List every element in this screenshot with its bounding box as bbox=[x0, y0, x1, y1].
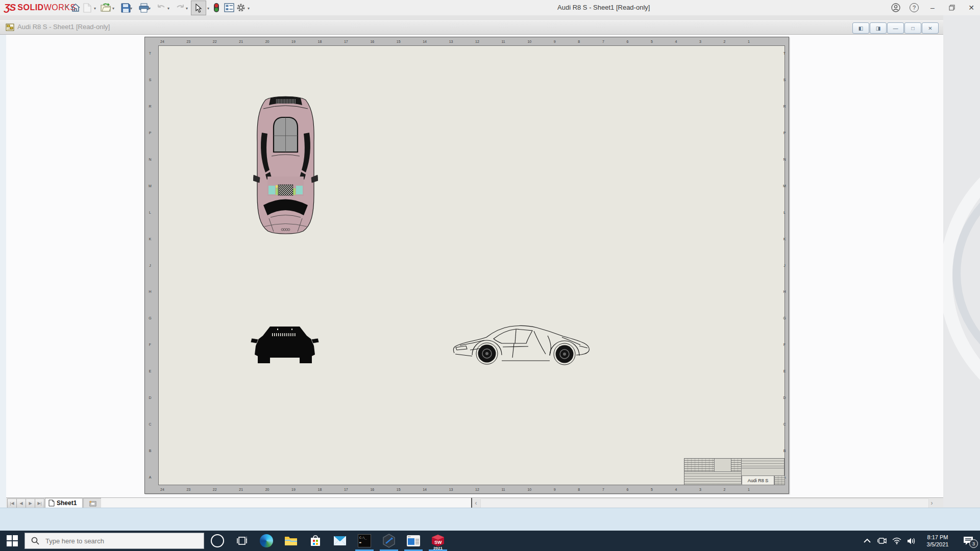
dropdown-caret[interactable]: ▾ bbox=[92, 5, 97, 11]
zone-label: 13 bbox=[449, 488, 453, 491]
taskbar-app-hexagon[interactable] bbox=[377, 531, 401, 551]
zone-label: 10 bbox=[527, 488, 531, 491]
status-bar bbox=[0, 508, 980, 531]
doc-restore-button[interactable]: □ bbox=[904, 22, 921, 34]
display-app-icon bbox=[406, 535, 421, 547]
help-button[interactable]: ? bbox=[904, 0, 924, 15]
next-sheet-icon: ▶ bbox=[29, 501, 32, 506]
select-tool-button[interactable] bbox=[191, 1, 206, 15]
tray-volume-button[interactable] bbox=[904, 531, 919, 551]
zone-label: E bbox=[780, 369, 789, 373]
scroll-left-button[interactable]: ‹ bbox=[472, 498, 480, 507]
taskbar-app-cortana[interactable] bbox=[205, 531, 230, 551]
start-button[interactable] bbox=[0, 531, 24, 551]
title-block-part-name: Audi R8 S bbox=[742, 475, 774, 485]
taskbar-app-file-explorer[interactable] bbox=[279, 531, 303, 551]
zone-label: T bbox=[145, 52, 155, 55]
tab-sheet1[interactable]: Sheet1 bbox=[45, 498, 83, 508]
doc-minimize-button[interactable]: — bbox=[887, 22, 904, 34]
zone-label: 24 bbox=[160, 40, 164, 43]
zone-label: 15 bbox=[397, 40, 401, 43]
taskbar-app-task-view[interactable] bbox=[230, 531, 254, 551]
zone-label: 17 bbox=[344, 488, 348, 491]
next-sheet-button[interactable]: ▶ bbox=[26, 498, 35, 508]
dropdown-caret[interactable]: ▾ bbox=[166, 5, 171, 11]
taskbar-app-display[interactable] bbox=[401, 531, 426, 551]
menu-flyout-arrow-icon[interactable]: ▸ bbox=[65, 3, 68, 10]
tray-meet-now-button[interactable] bbox=[874, 531, 889, 551]
taskbar-app-command-prompt[interactable]: C:\_▂ bbox=[352, 531, 377, 551]
drawing-sheet[interactable]: 242322212019181716151413121110987654321 … bbox=[144, 37, 789, 494]
tray-hidden-icons-button[interactable] bbox=[860, 531, 874, 551]
side-view[interactable] bbox=[452, 323, 594, 365]
taskbar-app-mail[interactable] bbox=[328, 531, 352, 551]
dropdown-caret[interactable]: ▾ bbox=[129, 5, 134, 11]
restore-button[interactable] bbox=[942, 0, 962, 15]
zone-label: 14 bbox=[423, 488, 427, 491]
horizontal-scrollbar[interactable] bbox=[480, 498, 929, 508]
title-block-cell bbox=[714, 459, 731, 472]
help-icon: ? bbox=[910, 3, 919, 12]
action-center-button[interactable]: 3 bbox=[957, 531, 980, 551]
selection-filter-button[interactable] bbox=[210, 2, 223, 14]
zone-label: M bbox=[145, 184, 155, 188]
zone-label: S bbox=[145, 78, 155, 82]
title-block-cell bbox=[731, 459, 742, 472]
zone-label: 23 bbox=[186, 488, 190, 491]
first-sheet-button[interactable]: |◀ bbox=[7, 498, 17, 508]
zone-label: J bbox=[145, 264, 155, 267]
title-block[interactable]: Audi R8 S bbox=[684, 458, 785, 485]
new-document-button[interactable] bbox=[81, 2, 93, 14]
account-button[interactable] bbox=[886, 0, 905, 15]
sheet-icon bbox=[48, 499, 55, 507]
taskbar-clock[interactable]: 8:17 PM 3/5/2021 bbox=[919, 534, 957, 548]
prev-sheet-button[interactable]: ◀ bbox=[16, 498, 26, 508]
dropdown-caret[interactable]: ▾ bbox=[111, 5, 116, 11]
tray-wifi-button[interactable] bbox=[889, 531, 904, 551]
settings-button[interactable] bbox=[235, 2, 247, 14]
dropdown-caret[interactable]: ▾ bbox=[184, 5, 189, 11]
taskbar-app-edge[interactable] bbox=[254, 531, 279, 551]
scroll-right-icon: › bbox=[931, 499, 933, 507]
zone-label: R bbox=[780, 105, 789, 108]
rear-wheel bbox=[554, 343, 575, 365]
doc-close-button[interactable]: ✕ bbox=[922, 22, 939, 34]
taskbar-app-store[interactable] bbox=[303, 531, 328, 551]
split-left-button[interactable]: ◧ bbox=[852, 22, 869, 34]
minimize-button[interactable]: – bbox=[923, 0, 942, 15]
drawing-viewport[interactable]: 242322212019181716151413121110987654321 … bbox=[6, 35, 943, 497]
sheet-paper[interactable] bbox=[158, 45, 785, 485]
home-button[interactable] bbox=[69, 2, 82, 14]
top-view[interactable] bbox=[253, 95, 318, 235]
search-icon bbox=[31, 537, 39, 545]
zone-label: 22 bbox=[213, 40, 217, 43]
document-title: Audi R8 S - Sheet1 [Read-only] bbox=[17, 23, 110, 31]
open-button[interactable] bbox=[100, 2, 112, 14]
zone-label: J bbox=[780, 264, 789, 267]
taskbar-app-solidworks[interactable]: SW 2021 bbox=[426, 531, 450, 551]
zone-label: 11 bbox=[501, 488, 505, 491]
zone-label: 14 bbox=[423, 40, 427, 43]
front-view[interactable] bbox=[251, 325, 319, 364]
dropdown-caret[interactable]: ▾ bbox=[147, 5, 152, 11]
split-right-button[interactable]: ◨ bbox=[870, 22, 887, 34]
chevron-up-icon bbox=[864, 538, 871, 543]
zone-label: 6 bbox=[626, 488, 628, 491]
close-button[interactable]: ✕ bbox=[962, 0, 980, 15]
title-block-header bbox=[741, 459, 785, 468]
last-sheet-button[interactable]: ▶| bbox=[35, 498, 44, 508]
zone-label: 21 bbox=[239, 488, 243, 491]
search-input[interactable] bbox=[44, 537, 194, 545]
taskbar-search[interactable] bbox=[24, 533, 204, 549]
dropdown-caret[interactable]: ▾ bbox=[246, 5, 251, 11]
add-sheet-tab[interactable] bbox=[83, 498, 102, 508]
select-cursor-icon bbox=[194, 4, 203, 13]
zone-label: L bbox=[780, 211, 789, 214]
display-options-button[interactable] bbox=[223, 2, 235, 14]
zone-label: 3 bbox=[699, 488, 701, 491]
zone-label: M bbox=[780, 184, 789, 188]
zone-label: 9 bbox=[554, 40, 556, 43]
taskbar: C:\_▂ SW 2021 8:17 PM 3/5/2021 3 bbox=[0, 531, 980, 551]
zone-label: 5 bbox=[651, 40, 653, 43]
scroll-right-button[interactable]: › bbox=[928, 498, 936, 507]
